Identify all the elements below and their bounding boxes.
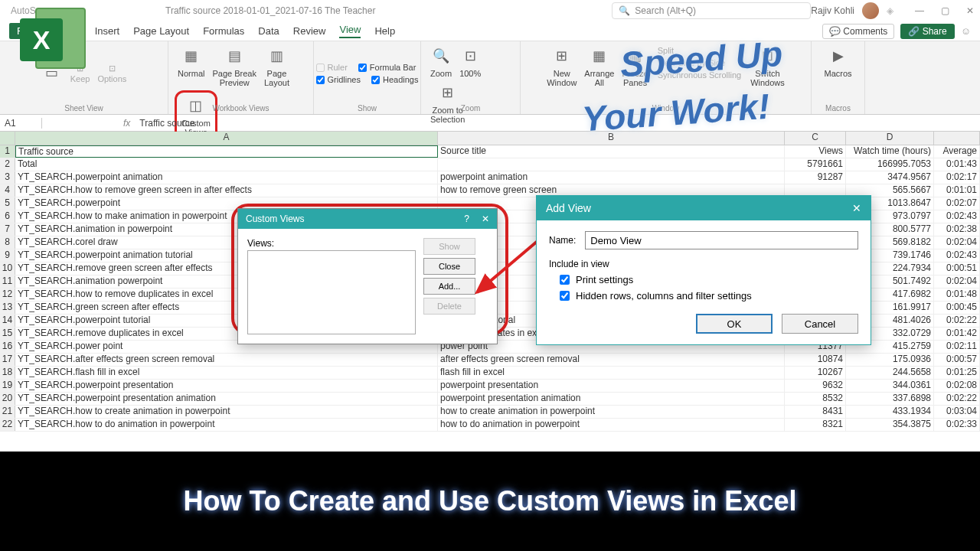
menu-help[interactable]: Help — [374, 25, 395, 37]
print-settings-check[interactable]: Print settings — [560, 274, 858, 285]
row-header[interactable]: 14 — [0, 315, 15, 327]
cell[interactable] — [438, 158, 785, 171]
row-header[interactable]: 13 — [0, 302, 15, 314]
cell[interactable]: 0:02:11 — [934, 341, 980, 353]
zoom-button[interactable]: 🔍Zoom — [427, 44, 455, 80]
menu-view[interactable]: View — [339, 24, 361, 38]
col-c[interactable]: C — [785, 132, 846, 145]
row-header[interactable]: 11 — [0, 276, 15, 288]
cell[interactable]: 0:01:01 — [934, 184, 980, 197]
row-header[interactable]: 5 — [0, 197, 15, 210]
zoom-100-button[interactable]: ⊡100% — [456, 44, 484, 80]
row-header[interactable]: 7 — [0, 223, 15, 236]
gridlines-check[interactable]: Gridlines — [316, 75, 361, 84]
row-header[interactable]: 3 — [0, 171, 15, 184]
ok-button[interactable]: OK — [696, 314, 773, 334]
row-header[interactable]: 21 — [0, 406, 15, 418]
cell[interactable]: how to do animation in powerpoint — [438, 419, 785, 431]
new-window-button[interactable]: ⊞New Window — [544, 44, 580, 89]
col-d[interactable]: D — [846, 132, 934, 145]
cell[interactable]: 8321 — [785, 419, 846, 431]
cell[interactable]: YT_SEARCH.powerpoint presentation — [15, 380, 438, 392]
col-e[interactable] — [934, 132, 980, 145]
add-button[interactable]: Add... — [423, 278, 475, 295]
row-header[interactable]: 22 — [0, 419, 15, 431]
cell[interactable]: 91287 — [785, 171, 846, 184]
row-header[interactable]: 4 — [0, 184, 15, 197]
cell[interactable]: 8431 — [785, 406, 846, 418]
diamond-icon[interactable]: ◈ — [887, 5, 893, 16]
help-icon[interactable]: ? — [464, 214, 469, 224]
page-layout-button[interactable]: ▥Page Layout — [261, 44, 292, 89]
table-row[interactable]: 2 Total 5791661 166995.7053 0:01:43 — [0, 158, 980, 171]
cell[interactable]: 0:02:43 — [934, 210, 980, 223]
cell[interactable]: 0:02:07 — [934, 197, 980, 210]
cell[interactable]: 0:00:51 — [934, 262, 980, 275]
close-icon[interactable]: ✕ — [852, 202, 861, 214]
cancel-button[interactable]: Cancel — [782, 314, 858, 334]
row-header[interactable]: 12 — [0, 289, 15, 301]
cell[interactable]: 0:03:04 — [934, 406, 980, 418]
cell[interactable]: 354.3875 — [846, 419, 934, 431]
cell[interactable]: 0:02:08 — [934, 380, 980, 392]
table-row[interactable]: 17 YT_SEARCH.after effects green screen … — [0, 354, 980, 367]
views-listbox[interactable] — [247, 250, 416, 334]
row-header[interactable]: 20 — [0, 393, 15, 405]
arrange-all-button[interactable]: ▦Arrange All — [581, 44, 617, 89]
cell[interactable]: 0:02:04 — [934, 236, 980, 249]
cell[interactable]: Total — [15, 158, 438, 171]
cell[interactable]: powerpoint animation — [438, 171, 785, 184]
cell[interactable]: YT_SEARCH.powerpoint animation — [15, 171, 438, 184]
row-header[interactable]: 15 — [0, 328, 15, 340]
col-b[interactable]: B — [438, 132, 785, 145]
cell[interactable]: YT_SEARCH.powerpoint presentation animat… — [15, 393, 438, 405]
cell[interactable]: 0:02:04 — [934, 276, 980, 288]
split-button[interactable]: Split — [658, 46, 741, 55]
avatar[interactable] — [862, 2, 879, 19]
cell[interactable]: powerpoint presentation — [438, 380, 785, 392]
menu-page-layout[interactable]: Page Layout — [133, 25, 189, 37]
cell[interactable]: 10267 — [785, 367, 846, 379]
cell[interactable]: YT_SEARCH.how to remove green screen in … — [15, 184, 438, 197]
table-row[interactable]: 1 Traffic source Source title Views Watc… — [0, 145, 980, 158]
name-input[interactable] — [585, 231, 858, 249]
cell[interactable]: 166995.7053 — [846, 158, 934, 171]
cell[interactable]: YT_SEARCH.how to do animation in powerpo… — [15, 419, 438, 431]
cell[interactable]: 10874 — [785, 354, 846, 366]
row-header[interactable]: 17 — [0, 354, 15, 366]
headings-check[interactable]: Headings — [371, 75, 418, 84]
cell[interactable]: YT_SEARCH.flash fill in excel — [15, 367, 438, 379]
cell[interactable]: 0:00:57 — [934, 354, 980, 366]
close-icon[interactable]: ✕ — [482, 214, 489, 224]
table-row[interactable]: 21 YT_SEARCH.how to create animation in … — [0, 406, 980, 419]
cell[interactable]: YT_SEARCH.how to create animation in pow… — [15, 406, 438, 418]
select-all[interactable] — [0, 132, 15, 145]
table-row[interactable]: 22 YT_SEARCH.how to do animation in powe… — [0, 419, 980, 432]
cell[interactable]: 0:02:22 — [934, 393, 980, 405]
comments-button[interactable]: 💬 Comments — [822, 24, 894, 39]
cell[interactable]: 0:02:38 — [934, 223, 980, 236]
cell[interactable]: after effects green screen removal — [438, 354, 785, 366]
cell[interactable]: 0:02:43 — [934, 249, 980, 262]
name-box[interactable]: A1 — [0, 118, 42, 129]
minimize-icon[interactable]: — — [915, 5, 924, 16]
fx-icon[interactable]: fx — [119, 118, 135, 129]
cell[interactable]: Traffic source — [15, 145, 438, 158]
switch-windows-button[interactable]: ⊡Switch Windows — [747, 44, 788, 89]
cell[interactable]: 0:01:48 — [934, 289, 980, 301]
macros-button[interactable]: ▶Macros — [821, 44, 854, 80]
row-header[interactable]: 1 — [0, 145, 15, 158]
close-icon[interactable]: ✕ — [966, 5, 974, 16]
row-header[interactable]: 9 — [0, 249, 15, 262]
formula-value[interactable]: Traffic source — [135, 118, 199, 129]
cell[interactable]: 5791661 — [785, 158, 846, 171]
hidden-rows-check[interactable]: Hidden rows, columns and filter settings — [560, 290, 858, 302]
cell[interactable]: 244.5658 — [846, 367, 934, 379]
menu-formulas[interactable]: Formulas — [203, 25, 244, 37]
cell[interactable]: 0:01:43 — [934, 158, 980, 171]
cell[interactable]: 0:01:42 — [934, 328, 980, 340]
freeze-panes-button[interactable]: ▥Freeze Panes — [619, 44, 651, 89]
share-button[interactable]: 🔗 Share — [900, 24, 954, 39]
row-header[interactable]: 19 — [0, 380, 15, 392]
cell[interactable]: 0:02:17 — [934, 171, 980, 184]
